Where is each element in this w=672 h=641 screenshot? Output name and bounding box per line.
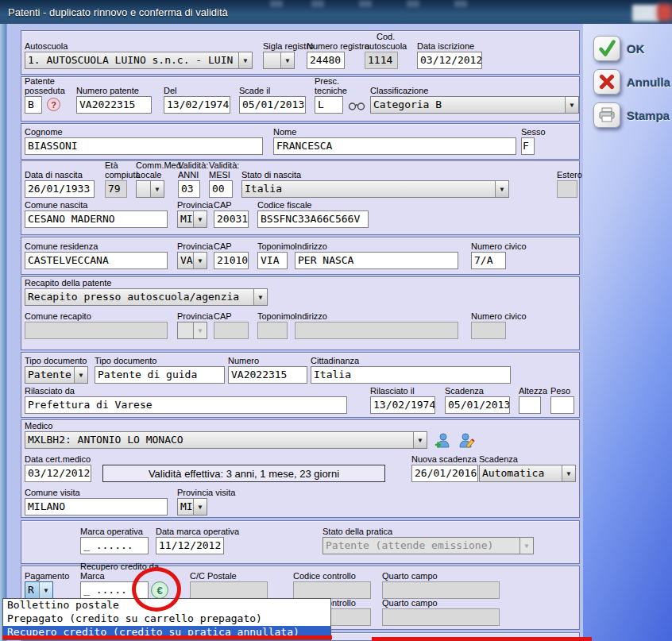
- taskbar-blur-artifact: [270, 0, 283, 7]
- close-button[interactable]: [657, 4, 672, 21]
- sigla-registro-combo[interactable]: ▼: [263, 52, 295, 69]
- ok-button[interactable]: OK: [593, 36, 645, 61]
- data-iscrizione-field[interactable]: 03/12/2012: [417, 52, 482, 69]
- validita-effettiva-note: Validità effettiva: 3 anni, 1 mese, 23 g…: [102, 465, 385, 482]
- numero-patente-field[interactable]: VA2022315: [76, 96, 152, 114]
- stato-pratica-group: Stato della pratica Patente (attende emi…: [322, 537, 534, 554]
- codice-fiscale-field[interactable]: BSSFNC33A66C566V: [257, 210, 369, 228]
- scadenza-medico-group: Scadenza Automatica▼: [479, 465, 576, 482]
- patente-posseduta-field[interactable]: B: [25, 96, 42, 114]
- scadenza-documento-group: Scadenza 05/01/2013: [445, 396, 510, 414]
- indirizzo-recapito-label: Indirizzo: [295, 311, 327, 321]
- indirizzo-residenza-field[interactable]: PER NASCA: [295, 252, 458, 269]
- rilasciato-il-field[interactable]: 13/02/1974: [370, 396, 435, 414]
- del-field[interactable]: 13/02/1974: [164, 96, 230, 114]
- comm-med-locale-combo[interactable]: ▼: [136, 180, 164, 198]
- peso-field[interactable]: [550, 396, 574, 414]
- cap-nascita-field[interactable]: 20031: [214, 210, 249, 228]
- chevron-down-icon: ▼: [253, 289, 267, 305]
- validita-mesi-field[interactable]: 00: [209, 180, 233, 198]
- provincia-nascita-combo[interactable]: MI▼: [177, 210, 207, 228]
- comune-nascita-group: Comune nascita CESANO MADERNO: [25, 210, 168, 228]
- sesso-field[interactable]: F: [521, 137, 535, 155]
- scade-il-field[interactable]: 05/01/2013: [239, 96, 306, 114]
- cognome-label: Cognome: [25, 127, 63, 137]
- chevron-down-icon: ▼: [193, 211, 207, 227]
- taskbar-blur-artifact: [407, 0, 419, 7]
- numero-documento-field[interactable]: VA2022315: [228, 366, 307, 384]
- eta-compiuta-field: 79: [105, 180, 127, 198]
- marca-operativa-field[interactable]: _ ......: [80, 537, 149, 554]
- stato-nascita-combo[interactable]: Italia▼: [241, 180, 509, 198]
- window-title: Patenti - duplicato rinnovo e conferma d…: [8, 6, 228, 18]
- classificazione-combo[interactable]: Categoria B▼: [370, 96, 579, 114]
- chevron-down-icon: ▼: [193, 499, 207, 515]
- codice-fiscale-label: Codice fiscale: [257, 200, 311, 210]
- comm-med-locale-group: Comm.Med.Locale ▼: [136, 180, 164, 198]
- codice-controllo-group: Codice controllo: [293, 581, 371, 599]
- provincia-visita-combo[interactable]: MI▼: [177, 498, 207, 516]
- del-group: Del 13/02/1974: [164, 96, 230, 114]
- nome-field[interactable]: FRANCESCA: [273, 137, 516, 155]
- cc-postale-field: [190, 581, 268, 599]
- section-patente: Patenteposseduta B ? Numero patente VA20…: [21, 76, 580, 122]
- validita-anni-field[interactable]: 03: [178, 180, 200, 198]
- provincia-residenza-combo[interactable]: VA▼: [177, 252, 207, 269]
- numero-registro-field[interactable]: 24480: [307, 52, 345, 69]
- help-icon[interactable]: ?: [47, 98, 60, 111]
- edit-medico-icon[interactable]: [458, 432, 475, 453]
- recapito-patente-combo[interactable]: Recapito presso autoscuola/agenzia▼: [25, 288, 268, 306]
- numero-civico-residenza-field[interactable]: 7/A: [471, 252, 506, 269]
- provincia-nascita-label: Provincia: [177, 200, 213, 210]
- medico-combo[interactable]: MXLBH2: ANTONIO LO MONACO▼: [25, 431, 427, 449]
- pagamento-combo[interactable]: R▼: [25, 581, 53, 599]
- cap-residenza-field[interactable]: 21010: [214, 252, 249, 269]
- cognome-field[interactable]: BIASSONI: [25, 137, 263, 155]
- comune-visita-field[interactable]: MILANO: [25, 498, 168, 516]
- autoscuola-combo-group: Autoscuola 1. AUTOSCUOLA LUINO s.n.c. - …: [25, 52, 253, 69]
- cap-recapito-label: CAP: [214, 311, 232, 321]
- comune-nascita-field[interactable]: CESANO MADERNO: [25, 210, 168, 228]
- data-cert-medico-field[interactable]: 03/12/2012: [25, 465, 91, 482]
- altezza-field[interactable]: [519, 396, 541, 414]
- stampa-button[interactable]: Stampa: [593, 102, 670, 128]
- comune-recapito-group: Comune recapito: [25, 322, 168, 339]
- dropdown-item-prepagato[interactable]: Prepagato (credito su carrello prepagato…: [3, 612, 330, 626]
- annotation-underline-right: [372, 637, 592, 641]
- classificazione-group: Classificazione Categoria B▼: [370, 96, 579, 114]
- quarto-campo-group: Quarto campo: [382, 581, 500, 599]
- autoscuola-combo[interactable]: 1. AUTOSCUOLA LUINO s.n.c. - LUIN▼: [25, 52, 253, 69]
- data-iscrizione-label: Data iscrizione: [417, 41, 474, 51]
- eta-compiuta-group: Etàcompiuta 79: [105, 180, 127, 198]
- cittadinanza-group: Cittadinanza Italia: [311, 366, 511, 384]
- data-marca-operativa-field[interactable]: 11/12/2012: [156, 537, 224, 554]
- chevron-down-icon: ▼: [565, 97, 578, 113]
- cittadinanza-field[interactable]: Italia: [311, 366, 511, 384]
- chevron-down-icon: ▼: [495, 181, 508, 197]
- comune-residenza-field[interactable]: CASTELVECCANA: [25, 252, 168, 269]
- nuova-scadenza-field[interactable]: 26/01/2016: [411, 465, 478, 482]
- tipo-documento-field[interactable]: Patente di guida: [95, 366, 225, 384]
- scadenza-documento-field[interactable]: 05/01/2013: [445, 396, 510, 414]
- toponimo-residenza-field[interactable]: VIA: [257, 252, 288, 269]
- scade-il-group: Scade il 05/01/2013: [239, 96, 306, 114]
- tipo-documento-combo[interactable]: Patente▼: [25, 366, 88, 384]
- rilasciato-da-field[interactable]: Prefettura di Varese: [25, 396, 347, 414]
- nuova-scadenza-label: Nuova scadenza: [411, 454, 477, 464]
- data-marca-operativa-label: Data marca operativa: [156, 527, 239, 536]
- chevron-down-icon: ▼: [39, 582, 52, 598]
- quarto-campo2-label: Quarto campo: [382, 598, 438, 608]
- presc-tecniche-field[interactable]: L: [315, 96, 343, 114]
- data-nascita-field[interactable]: 26/01/1933: [25, 180, 95, 198]
- annulla-button[interactable]: Annulla: [593, 69, 670, 95]
- marca-operativa-label: Marca operativa: [80, 527, 143, 536]
- scadenza-medico-combo[interactable]: Automatica▼: [479, 465, 576, 482]
- cc-postale-group: C/C Postale: [190, 581, 268, 599]
- rilasciato-da-group: Rilasciato da Prefettura di Varese: [25, 396, 347, 414]
- provincia-visita-label: Provincia visita: [177, 488, 235, 497]
- add-medico-icon[interactable]: [434, 432, 451, 453]
- autoscuola-label: Autoscuola: [25, 41, 68, 51]
- medico-label: Medico: [25, 421, 52, 431]
- cc-postale-label: C/C Postale: [190, 571, 237, 581]
- patente-posseduta-group: Patenteposseduta B: [25, 96, 42, 114]
